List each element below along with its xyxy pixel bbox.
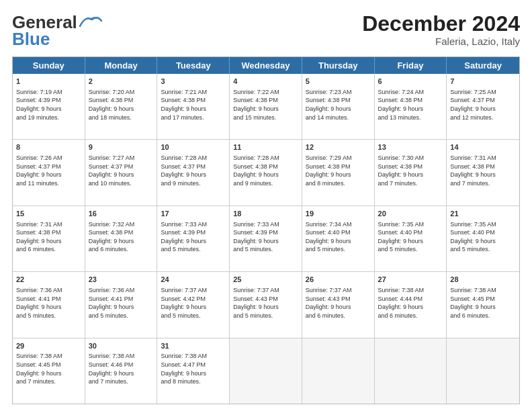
calendar-cell: 16Sunrise: 7:32 AMSunset: 4:38 PMDayligh… [85, 206, 158, 271]
cell-text: Sunrise: 7:24 AMSunset: 4:38 PMDaylight:… [378, 88, 443, 122]
calendar-cell: 9Sunrise: 7:27 AMSunset: 4:37 PMDaylight… [85, 140, 158, 205]
calendar-cell: 4Sunrise: 7:22 AMSunset: 4:38 PMDaylight… [230, 74, 302, 139]
calendar-header-row: SundayMondayTuesdayWednesdayThursdayFrid… [13, 57, 519, 74]
calendar-cell: 19Sunrise: 7:34 AMSunset: 4:40 PMDayligh… [302, 206, 375, 271]
cell-text: Sunrise: 7:27 AMSunset: 4:37 PMDaylight:… [89, 154, 154, 187]
calendar-cell: 27Sunrise: 7:38 AMSunset: 4:44 PMDayligh… [375, 272, 447, 337]
calendar-cell: 12Sunrise: 7:29 AMSunset: 4:38 PMDayligh… [302, 140, 375, 205]
day-number: 24 [161, 275, 226, 285]
calendar-cell [230, 338, 302, 404]
cell-text: Sunrise: 7:34 AMSunset: 4:40 PMDaylight:… [306, 220, 371, 254]
day-number: 29 [16, 341, 81, 351]
calendar-cell: 29Sunrise: 7:38 AMSunset: 4:45 PMDayligh… [13, 338, 85, 404]
calendar: SundayMondayTuesdayWednesdayThursdayFrid… [12, 56, 520, 404]
calendar-row: 8Sunrise: 7:26 AMSunset: 4:37 PMDaylight… [13, 140, 519, 205]
day-number: 14 [450, 142, 516, 152]
day-number: 11 [233, 142, 298, 152]
cell-text: Sunrise: 7:29 AMSunset: 4:38 PMDaylight:… [306, 154, 371, 187]
day-number: 27 [378, 275, 443, 285]
day-number: 20 [378, 209, 443, 219]
calendar-cell: 22Sunrise: 7:36 AMSunset: 4:41 PMDayligh… [13, 272, 85, 337]
cell-text: Sunrise: 7:28 AMSunset: 4:38 PMDaylight:… [233, 154, 298, 187]
day-number: 9 [89, 142, 154, 152]
cell-text: Sunrise: 7:31 AMSunset: 4:38 PMDaylight:… [16, 220, 81, 254]
calendar-cell: 3Sunrise: 7:21 AMSunset: 4:38 PMDaylight… [157, 74, 230, 139]
calendar-cell: 20Sunrise: 7:35 AMSunset: 4:40 PMDayligh… [375, 206, 447, 271]
calendar-cell: 11Sunrise: 7:28 AMSunset: 4:38 PMDayligh… [230, 140, 302, 205]
day-number: 31 [161, 341, 226, 351]
calendar-cell: 15Sunrise: 7:31 AMSunset: 4:38 PMDayligh… [13, 206, 85, 271]
cell-text: Sunrise: 7:20 AMSunset: 4:38 PMDaylight:… [89, 88, 154, 122]
cell-text: Sunrise: 7:35 AMSunset: 4:40 PMDaylight:… [450, 220, 516, 254]
day-number: 18 [233, 209, 298, 219]
day-number: 26 [306, 275, 371, 285]
calendar-cell: 26Sunrise: 7:37 AMSunset: 4:43 PMDayligh… [302, 272, 375, 337]
cell-text: Sunrise: 7:38 AMSunset: 4:45 PMDaylight:… [450, 286, 516, 320]
calendar-cell: 2Sunrise: 7:20 AMSunset: 4:38 PMDaylight… [85, 74, 158, 139]
logo-blue: Blue [12, 29, 50, 50]
page: General Blue December 2024 Faleria, Lazi… [0, 0, 532, 411]
calendar-header-cell: Monday [85, 57, 158, 74]
title-block: December 2024 Faleria, Lazio, Italy [362, 12, 520, 47]
day-number: 22 [16, 275, 81, 285]
calendar-cell: 10Sunrise: 7:28 AMSunset: 4:37 PMDayligh… [157, 140, 230, 205]
calendar-cell: 5Sunrise: 7:23 AMSunset: 4:38 PMDaylight… [302, 74, 375, 139]
cell-text: Sunrise: 7:28 AMSunset: 4:37 PMDaylight:… [161, 154, 226, 187]
calendar-row: 1Sunrise: 7:19 AMSunset: 4:39 PMDaylight… [13, 74, 519, 140]
calendar-cell: 13Sunrise: 7:30 AMSunset: 4:38 PMDayligh… [375, 140, 447, 205]
day-number: 12 [306, 142, 371, 152]
calendar-cell [447, 338, 519, 404]
cell-text: Sunrise: 7:25 AMSunset: 4:37 PMDaylight:… [450, 88, 516, 122]
cell-text: Sunrise: 7:38 AMSunset: 4:46 PMDaylight:… [89, 352, 154, 385]
day-number: 6 [378, 77, 443, 87]
calendar-cell: 28Sunrise: 7:38 AMSunset: 4:45 PMDayligh… [447, 272, 519, 337]
cell-text: Sunrise: 7:22 AMSunset: 4:38 PMDaylight:… [233, 88, 298, 122]
calendar-cell: 8Sunrise: 7:26 AMSunset: 4:37 PMDaylight… [13, 140, 85, 205]
calendar-cell: 14Sunrise: 7:31 AMSunset: 4:38 PMDayligh… [447, 140, 519, 205]
calendar-header-cell: Tuesday [157, 57, 230, 74]
day-number: 4 [233, 77, 298, 87]
calendar-cell: 6Sunrise: 7:24 AMSunset: 4:38 PMDaylight… [375, 74, 447, 139]
calendar-header-cell: Friday [375, 57, 447, 74]
calendar-cell: 7Sunrise: 7:25 AMSunset: 4:37 PMDaylight… [447, 74, 519, 139]
day-number: 10 [161, 142, 226, 152]
calendar-cell: 25Sunrise: 7:37 AMSunset: 4:43 PMDayligh… [230, 272, 302, 337]
calendar-cell [302, 338, 375, 404]
day-number: 2 [89, 77, 154, 87]
calendar-header-cell: Sunday [13, 57, 85, 74]
cell-text: Sunrise: 7:37 AMSunset: 4:43 PMDaylight:… [233, 286, 298, 320]
cell-text: Sunrise: 7:30 AMSunset: 4:38 PMDaylight:… [378, 154, 443, 187]
day-number: 30 [89, 341, 154, 351]
cell-text: Sunrise: 7:36 AMSunset: 4:41 PMDaylight:… [89, 286, 154, 320]
cell-text: Sunrise: 7:33 AMSunset: 4:39 PMDaylight:… [233, 220, 298, 254]
day-number: 8 [16, 142, 81, 152]
location-subtitle: Faleria, Lazio, Italy [362, 36, 520, 47]
cell-text: Sunrise: 7:37 AMSunset: 4:42 PMDaylight:… [161, 286, 226, 320]
day-number: 5 [306, 77, 371, 87]
calendar-row: 22Sunrise: 7:36 AMSunset: 4:41 PMDayligh… [13, 272, 519, 338]
header: General Blue December 2024 Faleria, Lazi… [12, 12, 520, 50]
day-number: 28 [450, 275, 516, 285]
day-number: 7 [450, 77, 516, 87]
calendar-header-cell: Thursday [302, 57, 375, 74]
cell-text: Sunrise: 7:35 AMSunset: 4:40 PMDaylight:… [378, 220, 443, 254]
calendar-cell: 30Sunrise: 7:38 AMSunset: 4:46 PMDayligh… [85, 338, 158, 404]
logo-bird-icon [79, 14, 103, 29]
calendar-cell: 18Sunrise: 7:33 AMSunset: 4:39 PMDayligh… [230, 206, 302, 271]
day-number: 15 [16, 209, 81, 219]
cell-text: Sunrise: 7:36 AMSunset: 4:41 PMDaylight:… [16, 286, 81, 320]
calendar-cell: 17Sunrise: 7:33 AMSunset: 4:39 PMDayligh… [157, 206, 230, 271]
cell-text: Sunrise: 7:32 AMSunset: 4:38 PMDaylight:… [89, 220, 154, 254]
day-number: 13 [378, 142, 443, 152]
logo: General Blue [12, 12, 103, 50]
day-number: 1 [16, 77, 81, 87]
calendar-row: 15Sunrise: 7:31 AMSunset: 4:38 PMDayligh… [13, 206, 519, 272]
calendar-cell: 24Sunrise: 7:37 AMSunset: 4:42 PMDayligh… [157, 272, 230, 337]
cell-text: Sunrise: 7:38 AMSunset: 4:44 PMDaylight:… [378, 286, 443, 320]
day-number: 25 [233, 275, 298, 285]
cell-text: Sunrise: 7:38 AMSunset: 4:47 PMDaylight:… [161, 352, 226, 385]
cell-text: Sunrise: 7:19 AMSunset: 4:39 PMDaylight:… [16, 88, 81, 122]
calendar-body: 1Sunrise: 7:19 AMSunset: 4:39 PMDaylight… [13, 74, 519, 404]
calendar-row: 29Sunrise: 7:38 AMSunset: 4:45 PMDayligh… [13, 338, 519, 404]
cell-text: Sunrise: 7:26 AMSunset: 4:37 PMDaylight:… [16, 154, 81, 187]
